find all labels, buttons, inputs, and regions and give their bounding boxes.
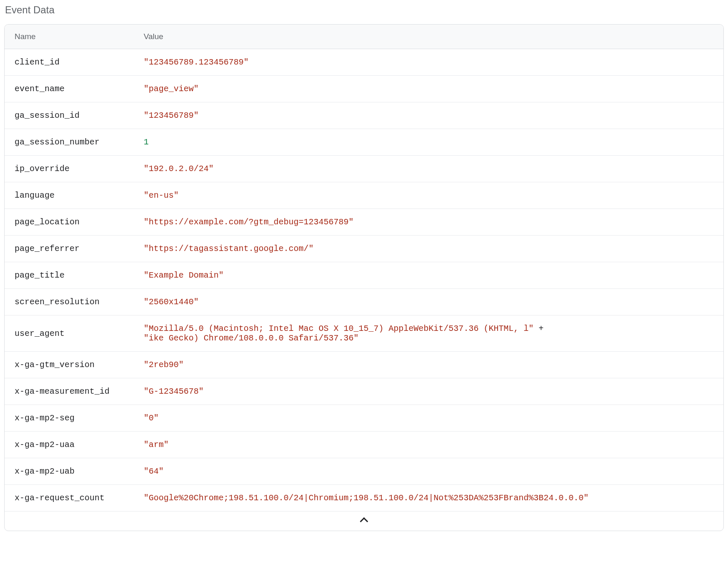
table-row: ga_session_id"123456789" [5, 102, 723, 129]
cell-name: x-ga-mp2-seg [5, 405, 134, 432]
cell-value: "123456789.123456789" [134, 49, 723, 76]
cell-value: "G-12345678" [134, 378, 723, 405]
cell-value: "192.0.2.0/24" [134, 156, 723, 182]
event-data-table: Name Value client_id"123456789.123456789… [4, 24, 724, 531]
column-header-value: Value [134, 25, 723, 49]
cell-name: page_title [5, 262, 134, 289]
cell-name: x-ga-measurement_id [5, 378, 134, 405]
cell-value: "https://tagassistant.google.com/" [134, 236, 723, 262]
table-header: Name Value [5, 25, 723, 49]
table-row: x-ga-mp2-seg"0" [5, 405, 723, 432]
table-row: page_referrer"https://tagassistant.googl… [5, 236, 723, 262]
table-row: screen_resolution"2560x1440" [5, 289, 723, 315]
table-row: x-ga-mp2-uab"64" [5, 458, 723, 485]
cell-name: event_name [5, 76, 134, 102]
cell-value: "arm" [134, 432, 723, 458]
cell-name: client_id [5, 49, 134, 76]
cell-value: "123456789" [134, 102, 723, 129]
column-header-name: Name [5, 25, 134, 49]
cell-name: user_agent [5, 315, 134, 352]
cell-name: screen_resolution [5, 289, 134, 315]
cell-name: page_location [5, 209, 134, 236]
table-row: x-ga-request_count"Google%20Chrome;198.5… [5, 485, 723, 512]
collapse-button[interactable] [5, 512, 723, 531]
table-row: x-ga-mp2-uaa"arm" [5, 432, 723, 458]
table-row: page_title"Example Domain" [5, 262, 723, 289]
table-row: ip_override"192.0.2.0/24" [5, 156, 723, 182]
cell-name: x-ga-request_count [5, 485, 134, 512]
table-row: client_id"123456789.123456789" [5, 49, 723, 76]
table-row: user_agent"Mozilla/5.0 (Macintosh; Intel… [5, 315, 723, 352]
cell-value: "Google%20Chrome;198.51.100.0/24|Chromiu… [134, 485, 723, 512]
cell-name: ip_override [5, 156, 134, 182]
chevron-up-icon [360, 517, 368, 526]
cell-value: 1 [134, 129, 723, 156]
cell-name: ga_session_id [5, 102, 134, 129]
cell-value: "2reb90" [134, 352, 723, 378]
cell-name: x-ga-gtm_version [5, 352, 134, 378]
cell-value: "64" [134, 458, 723, 485]
cell-name: language [5, 182, 134, 209]
cell-value: "Mozilla/5.0 (Macintosh; Intel Mac OS X … [134, 315, 723, 352]
cell-value: "page_view" [134, 76, 723, 102]
table-row: event_name"page_view" [5, 76, 723, 102]
table-row: x-ga-gtm_version"2reb90" [5, 352, 723, 378]
cell-name: ga_session_number [5, 129, 134, 156]
cell-name: x-ga-mp2-uaa [5, 432, 134, 458]
cell-value: "https://example.com/?gtm_debug=12345678… [134, 209, 723, 236]
cell-value: "2560x1440" [134, 289, 723, 315]
table-row: language"en-us" [5, 182, 723, 209]
table-row: ga_session_number1 [5, 129, 723, 156]
cell-value: "0" [134, 405, 723, 432]
cell-value: "Example Domain" [134, 262, 723, 289]
cell-name: x-ga-mp2-uab [5, 458, 134, 485]
cell-value: "en-us" [134, 182, 723, 209]
table-row: page_location"https://example.com/?gtm_d… [5, 209, 723, 236]
section-title: Event Data [4, 4, 724, 16]
cell-name: page_referrer [5, 236, 134, 262]
table-row: x-ga-measurement_id"G-12345678" [5, 378, 723, 405]
